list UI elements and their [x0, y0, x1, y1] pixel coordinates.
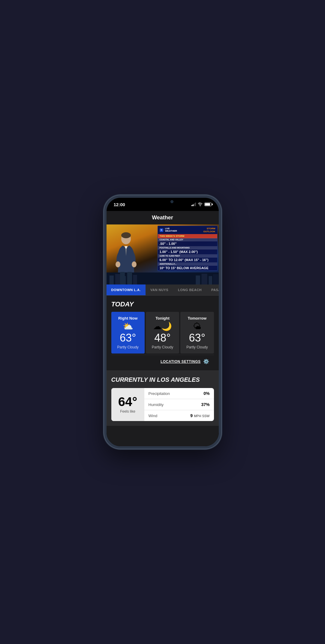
currently-temp-box: 64° Feels like [111, 388, 144, 421]
status-icons [191, 203, 212, 206]
tonight-icon: ☁🌙 [153, 322, 172, 331]
elevation-label-row: 3,000 TO 4,000 FEET [158, 254, 217, 257]
weather-text: WEATHER [165, 230, 177, 233]
svg-point-12 [116, 261, 120, 267]
scroll-content[interactable]: Weather [107, 211, 219, 446]
status-time: 12:00 [114, 202, 125, 207]
location-settings-label[interactable]: LOCATION SETTINGS [161, 360, 201, 364]
weather-cards: Right Now ⛅ 63° Partly Cloudy Tonight ☁🌙… [111, 312, 214, 354]
currently-title: CURRENTLY IN LOS ANGELES [111, 376, 214, 383]
right-now-desc: Partly Cloudy [117, 345, 138, 349]
location-settings-bar[interactable]: LOCATION SETTINGS ⚙️ [111, 355, 214, 368]
tomorrow-label: Tomorrow [188, 316, 207, 320]
live-weather-block: LIVE WEATHER [165, 227, 177, 232]
this-weeks-storm-row: THIS WEEK'S STORM [158, 234, 217, 238]
humidity-row: Humidity 37% [144, 399, 214, 410]
wind-unit: MPH SSW [194, 414, 210, 418]
location-tabs[interactable]: DOWNTOWN L.A. VAN NUYS LONG BEACH PASADE… [107, 284, 219, 296]
currently-feels: Feels like [120, 409, 135, 414]
tab-downtown-la[interactable]: DOWNTOWN L.A. [107, 284, 146, 295]
phone-screen: 12:00 Weather [107, 198, 219, 446]
svg-point-11 [121, 232, 131, 238]
coastal-label-row: COASTAL AND VALLEY [158, 238, 217, 241]
app-title: Weather [152, 215, 173, 221]
front-camera [170, 200, 173, 203]
battery-fill [205, 203, 210, 206]
wind-speed: 9 [190, 413, 193, 418]
currently-temp: 64° [118, 396, 137, 408]
today-section: TODAY Right Now ⛅ 63° Partly Cloudy Toni… [107, 296, 219, 370]
svg-rect-6 [196, 275, 200, 284]
notch [145, 198, 181, 206]
storm-header: 5 LIVE WEATHER STORM OUTLOOK [158, 226, 217, 234]
storm-body: THIS WEEK'S STORM COASTAL AND VALLEY .50… [158, 234, 217, 271]
coastal-value-row: .50" - 1.00" [158, 241, 217, 246]
tonight-label: Tonight [155, 316, 170, 320]
svg-rect-8 [209, 276, 212, 284]
currently-details: Precipitation 0% Humidity 37% Wind 9 MPH… [144, 388, 214, 421]
svg-rect-14 [120, 272, 125, 284]
precipitation-label: Precipitation [149, 391, 170, 396]
phone-frame: 12:00 Weather [104, 195, 221, 449]
svg-point-13 [132, 261, 137, 267]
humidity-value: 37% [201, 402, 209, 407]
additionally-label-row: ADDITIONALLY... [158, 263, 217, 266]
currently-card: 64° Feels like Precipitation 0% Humidity… [111, 388, 214, 421]
foothills-label-row: FOOTHILLS AND MOUNTAINS [158, 246, 217, 249]
presenter-svg [113, 230, 140, 284]
humidity-label: Humidity [149, 402, 164, 407]
svg-rect-15 [127, 272, 132, 284]
right-now-icon: ⛅ [123, 322, 133, 331]
wifi-icon [198, 203, 203, 206]
gear-icon[interactable]: ⚙️ [203, 359, 209, 364]
precipitation-row: Precipitation 0% [144, 388, 214, 399]
svg-rect-7 [201, 274, 207, 284]
tomorrow-icon: 🌤 [193, 322, 201, 331]
wind-row: Wind 9 MPH SSW [144, 410, 214, 421]
app-header: Weather [107, 211, 219, 224]
right-now-label: Right Now [118, 316, 137, 320]
currently-section: CURRENTLY IN LOS ANGELES 64° Feels like … [107, 370, 219, 426]
tomorrow-desc: Partly Cloudy [186, 345, 208, 349]
foothills-value-row: 1.00" - 1.50" (MAX 2.00") [158, 249, 217, 254]
tab-long-beach[interactable]: LONG BEACH [173, 284, 206, 295]
channel-badge: 5 [160, 228, 163, 232]
video-banner: 5 LIVE WEATHER STORM OUTLOOK THIS WEEK'S… [107, 224, 219, 284]
tomorrow-card[interactable]: Tomorrow 🌤 63° Partly Cloudy [180, 312, 214, 354]
right-now-temp: 63° [120, 333, 136, 343]
storm-overlay: 5 LIVE WEATHER STORM OUTLOOK THIS WEEK'S… [158, 226, 218, 271]
tomorrow-temp: 63° [189, 333, 205, 343]
tonight-desc: Partly Cloudy [152, 345, 173, 349]
tonight-card[interactable]: Tonight ☁🌙 48° Partly Cloudy [146, 312, 179, 354]
channel-number: 5 [160, 228, 163, 232]
wind-label: Wind [149, 414, 158, 418]
elevation-value-row: 6.00" TO 12.00" (MAX 15" - 16") [158, 257, 217, 263]
precipitation-value: 0% [203, 391, 209, 396]
signal-icon [191, 203, 196, 206]
battery-icon [204, 203, 212, 206]
wind-value: 9 MPH SSW [190, 413, 209, 418]
additionally-value-row: 10° TO 15° BELOW AVERGAGE [158, 266, 217, 271]
tab-pasadena[interactable]: PASADENA [206, 284, 218, 295]
svg-rect-9 [213, 274, 218, 284]
tonight-temp: 48° [154, 333, 170, 343]
storm-outlook-text: STORM OUTLOOK [203, 227, 215, 233]
right-now-card[interactable]: Right Now ⛅ 63° Partly Cloudy [111, 312, 145, 354]
tab-van-nuys[interactable]: VAN NUYS [146, 284, 173, 295]
today-title: TODAY [111, 300, 214, 308]
